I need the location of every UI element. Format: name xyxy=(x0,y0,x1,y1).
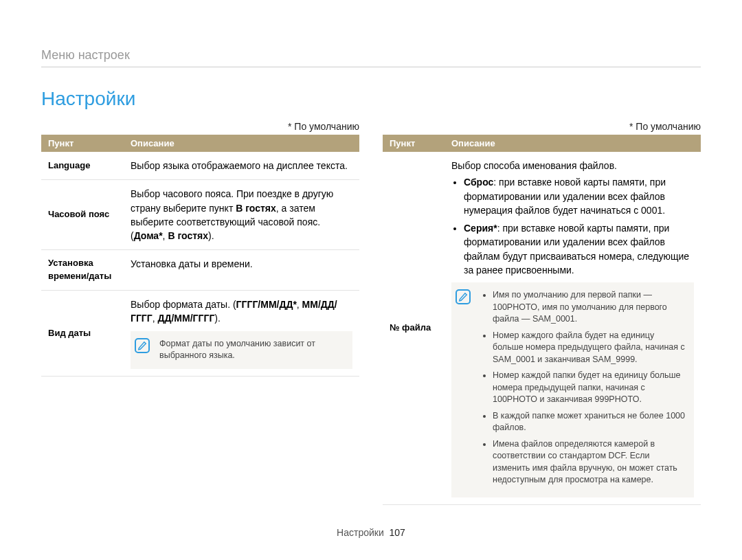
list-item: Номер каждого файла будет на единицу бол… xyxy=(493,330,687,366)
default-note-left: * По умолчанию xyxy=(41,121,359,132)
item-cell: Language xyxy=(41,152,124,180)
text-bold: Дома* xyxy=(134,230,163,241)
note-list: Имя по умолчанию для первой папки — 100P… xyxy=(480,289,687,491)
page-title: Настройки xyxy=(41,88,701,110)
text: ). xyxy=(208,230,214,241)
footer-section: Настройки xyxy=(337,527,384,538)
desc-cell: Установка даты и времени. xyxy=(124,250,359,291)
desc-cell: Выбор часового пояса. При поездке в друг… xyxy=(124,180,359,250)
table-header-row: Пункт Описание xyxy=(383,135,701,152)
option-label: Сброс xyxy=(464,177,493,188)
table-row: Установка времени/даты Установка даты и … xyxy=(41,250,359,291)
header-item: Пункт xyxy=(383,135,445,152)
text-bold: ГГГГ/ММ/ДД* xyxy=(236,299,297,310)
option-label: Серия* xyxy=(464,223,497,234)
page-footer: Настройки 107 xyxy=(0,527,742,538)
options-list: Сброс: при вставке новой карты памяти, п… xyxy=(451,175,694,277)
note-box: Формат даты по умолчанию зависит от выбр… xyxy=(131,331,352,369)
header-item: Пункт xyxy=(41,135,124,152)
breadcrumb: Меню настроек xyxy=(41,48,701,67)
option-text: : при вставке новой карты памяти, при фо… xyxy=(464,223,689,276)
option-text: : при вставке новой карты памяти, при фо… xyxy=(464,177,666,216)
header-desc: Описание xyxy=(445,135,701,152)
text-bold: В гостях xyxy=(168,230,208,241)
settings-table-right: Пункт Описание № файла Выбор способа име… xyxy=(383,135,701,505)
text-bold: ДД/ММ/ГГГГ xyxy=(158,313,215,324)
table-row: Language Выбор языка отображаемого на ди… xyxy=(41,152,359,180)
settings-table-left: Пункт Описание Language Выбор языка отоб… xyxy=(41,135,359,377)
table-row: Вид даты Выбор формата даты. (ГГГГ/ММ/ДД… xyxy=(41,291,359,377)
text: , xyxy=(297,299,302,310)
content-columns: * По умолчанию Пункт Описание Language В… xyxy=(41,121,701,505)
note-icon xyxy=(456,289,471,304)
item-cell: Установка времени/даты xyxy=(41,250,124,291)
header-desc: Описание xyxy=(124,135,359,152)
list-item: Сброс: при вставке новой карты памяти, п… xyxy=(464,175,694,217)
item-cell: № файла xyxy=(383,152,445,504)
default-note-right: * По умолчанию xyxy=(383,121,701,132)
right-column: * По умолчанию Пункт Описание № файла Вы… xyxy=(383,121,701,505)
page: Меню настроек Настройки * По умолчанию П… xyxy=(0,0,742,560)
table-header-row: Пункт Описание xyxy=(41,135,359,152)
text: , xyxy=(153,313,158,324)
list-item: Номер каждой папки будет на единицу боль… xyxy=(493,370,687,406)
table-row: Часовой пояс Выбор часового пояса. При п… xyxy=(41,180,359,250)
footer-page-number: 107 xyxy=(390,527,405,538)
list-item: Серия*: при вставке новой карты памяти, … xyxy=(464,221,694,277)
list-item: Имена файлов определяются камерой в соот… xyxy=(493,438,687,486)
item-cell: Вид даты xyxy=(41,291,124,377)
text: ). xyxy=(214,313,221,324)
item-cell: Часовой пояс xyxy=(41,180,124,250)
note-text: Формат даты по умолчанию зависит от выбр… xyxy=(159,338,346,362)
desc-cell: Выбор языка отображаемого на дисплее тек… xyxy=(124,152,359,180)
intro-text: Выбор способа именования файлов. xyxy=(451,159,694,172)
list-item: В каждой папке может храниться не более … xyxy=(493,410,687,434)
note-icon xyxy=(135,338,150,353)
left-column: * По умолчанию Пункт Описание Language В… xyxy=(41,121,359,505)
table-row: № файла Выбор способа именования файлов.… xyxy=(383,152,701,504)
desc-cell: Выбор формата даты. (ГГГГ/ММ/ДД*, ММ/ДД/… xyxy=(124,291,359,377)
text: Выбор формата даты. ( xyxy=(131,299,236,310)
note-box: Имя по умолчанию для первой папки — 100P… xyxy=(451,282,694,497)
list-item: Имя по умолчанию для первой папки — 100P… xyxy=(493,289,687,326)
text-bold: В гостях xyxy=(236,203,276,214)
desc-cell: Выбор способа именования файлов. Сброс: … xyxy=(445,152,701,504)
